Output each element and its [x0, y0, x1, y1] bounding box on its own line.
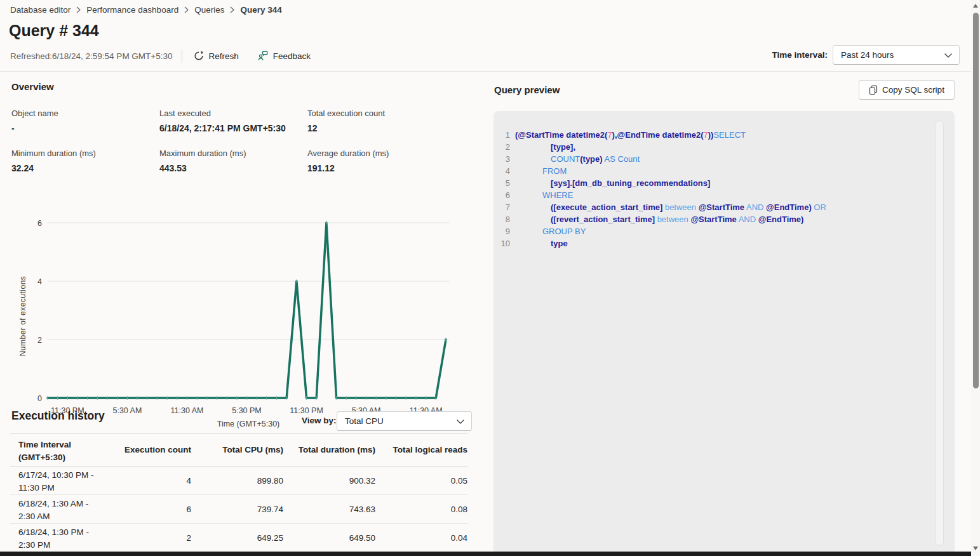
sql-token: [type],	[551, 142, 575, 152]
cell-total-cpu: 739.74	[191, 495, 283, 523]
copy-icon	[869, 85, 878, 95]
sql-token: [sys].[dm_db_tuning_recommendations]	[551, 178, 710, 188]
sql-token: between	[655, 215, 690, 224]
overview-stat: Maximum duration (ms)443.53	[159, 149, 307, 173]
stat-label: Total execution count	[307, 109, 455, 118]
feedback-button[interactable]: Feedback	[258, 51, 311, 61]
cell-total-duration: 900.32	[283, 467, 375, 494]
sql-code-text: WHERE	[515, 189, 573, 201]
header-line: (GMT+5:30)	[18, 451, 122, 464]
breadcrumb-separator-icon	[230, 6, 234, 13]
sql-code-text: COUNT(type) AS Count	[515, 153, 640, 165]
page-title: Query # 344	[9, 22, 99, 40]
sql-line: 10type	[493, 237, 955, 249]
sql-token: ),@EndTime datetime2(	[612, 130, 704, 140]
stat-label: Maximum duration (ms)	[159, 149, 307, 158]
cell-total-logical-reads: 0.05	[375, 467, 467, 494]
breadcrumb: Database editorPerformance dashboardQuer…	[10, 5, 282, 15]
sql-line-number: 7	[493, 201, 510, 213]
interval-line: 11:30 PM	[18, 482, 122, 494]
breadcrumb-item[interactable]: Query 344	[240, 5, 281, 15]
sql-line: 7([execute_action_start_time] between @S…	[493, 201, 955, 213]
sql-token: AND	[744, 202, 766, 212]
sql-code-text: ([revert_action_start_time] between @Sta…	[515, 213, 803, 225]
cell-execution-count: 4	[122, 467, 191, 494]
chevron-down-icon	[457, 420, 464, 424]
time-interval-dropdown[interactable]: Past 24 hours	[833, 45, 960, 65]
stat-value: -	[11, 123, 159, 133]
sql-line-number: 8	[493, 213, 510, 225]
sql-token: FROM	[542, 166, 567, 176]
stat-label: Minimum duration (ms)	[11, 149, 159, 158]
code-scrollbar-thumb[interactable]	[935, 121, 944, 546]
x-axis-label: Time (GMT+5:30)	[217, 420, 280, 428]
breadcrumb-item[interactable]: Performance dashboard	[86, 5, 178, 15]
sql-token: @StartTime	[699, 202, 744, 212]
interval-line: 6/18/24, 1:30 PM -	[18, 526, 122, 539]
sql-token: @StartTime	[690, 215, 736, 224]
sql-token: OR	[812, 202, 826, 212]
sql-token: @EndTime)	[758, 215, 804, 224]
table-header-cell: Time Interval(GMT+5:30)	[10, 434, 122, 466]
sql-line-number: 10	[493, 237, 510, 249]
sql-token: between	[662, 202, 698, 212]
sql-token: ([execute_action_start_time]	[551, 202, 662, 212]
scrollbar-thumb[interactable]	[973, 13, 979, 388]
table-header-cell: Total logical reads	[375, 434, 467, 466]
stat-label: Average duration (ms)	[307, 149, 455, 158]
sql-line: 6WHERE	[493, 189, 955, 201]
sql-code-text: FROM	[515, 165, 567, 177]
refresh-label: Refresh	[209, 51, 239, 61]
stat-label: Object name	[11, 109, 159, 118]
sql-code-text: [type],	[515, 141, 575, 153]
scrollbar-down-arrow-icon[interactable]	[973, 546, 978, 550]
sql-token: WHERE	[542, 190, 573, 200]
sql-token: ([revert_action_start_time]	[551, 215, 655, 224]
view-by-dropdown[interactable]: Total CPU	[337, 411, 472, 431]
x-tick-label: 11:30 AM	[171, 406, 204, 415]
y-tick-label: 2	[37, 336, 42, 345]
sql-line: 8([revert_action_start_time] between @St…	[493, 213, 955, 225]
scrollbar-up-arrow-icon[interactable]	[973, 4, 978, 8]
interval-line: 2:30 PM	[18, 539, 122, 552]
sql-line: 1(@StartTime datetime2(7),@EndTime datet…	[493, 129, 955, 141]
sql-code-text: type	[515, 237, 568, 249]
overview-stat: Last executed6/18/24, 2:17:41 PM GMT+5:3…	[159, 109, 307, 133]
breadcrumb-item[interactable]: Database editor	[10, 5, 70, 15]
y-tick-label: 6	[37, 219, 42, 228]
sql-lines: 1(@StartTime datetime2(7),@EndTime datet…	[493, 129, 955, 249]
execution-history-heading: Execution history	[11, 409, 105, 423]
stat-value: 12	[307, 123, 455, 133]
table-row: 6/18/24, 1:30 AM -2:30 AM6739.74743.630.…	[10, 495, 467, 524]
sql-token: @EndTime)	[766, 202, 812, 212]
copy-sql-script-button[interactable]: Copy SQL script	[859, 80, 955, 100]
x-tick-label: 5:30 AM	[112, 406, 142, 415]
sql-token: AS Count	[603, 154, 640, 164]
vertical-divider	[182, 50, 182, 63]
cell-execution-count: 6	[122, 495, 191, 523]
sql-line: 2[type],	[493, 141, 955, 153]
sql-token: type	[551, 239, 568, 248]
overview-stats: Object name-Last executed6/18/24, 2:17:4…	[11, 109, 462, 173]
stat-value: 443.53	[159, 163, 307, 173]
bottom-bar	[0, 552, 971, 556]
header-line: Time Interval	[18, 439, 122, 451]
sql-line: 3COUNT(type) AS Count	[493, 153, 955, 165]
overview-heading: Overview	[11, 81, 54, 92]
sql-code-text: (@StartTime datetime2(7),@EndTime dateti…	[515, 129, 746, 141]
x-tick-label: 5:30 PM	[232, 406, 262, 415]
refresh-button[interactable]: Refresh	[194, 51, 239, 61]
time-interval-label: Time interval:	[772, 50, 828, 60]
sql-token: COUNT	[551, 154, 580, 164]
sql-line-number: 5	[493, 177, 510, 189]
refreshed-timestamp: Refreshed:6/18/24, 2:59:54 PM GMT+5:30	[10, 51, 173, 61]
table-header-row: Time Interval(GMT+5:30)Execution countTo…	[10, 434, 467, 467]
table-row: 6/18/24, 1:30 PM -2:30 PM2649.25649.500.…	[10, 524, 467, 552]
sql-token: 7	[607, 130, 612, 140]
cell-time-interval: 6/18/24, 1:30 PM -2:30 PM	[10, 524, 122, 552]
sql-code-text: [sys].[dm_db_tuning_recommendations]	[515, 177, 710, 189]
breadcrumb-item[interactable]: Queries	[194, 5, 224, 15]
sql-code-text: GROUP BY	[515, 225, 586, 237]
window-scrollbar[interactable]	[971, 0, 980, 556]
view-by-label: View by:	[302, 416, 337, 425]
